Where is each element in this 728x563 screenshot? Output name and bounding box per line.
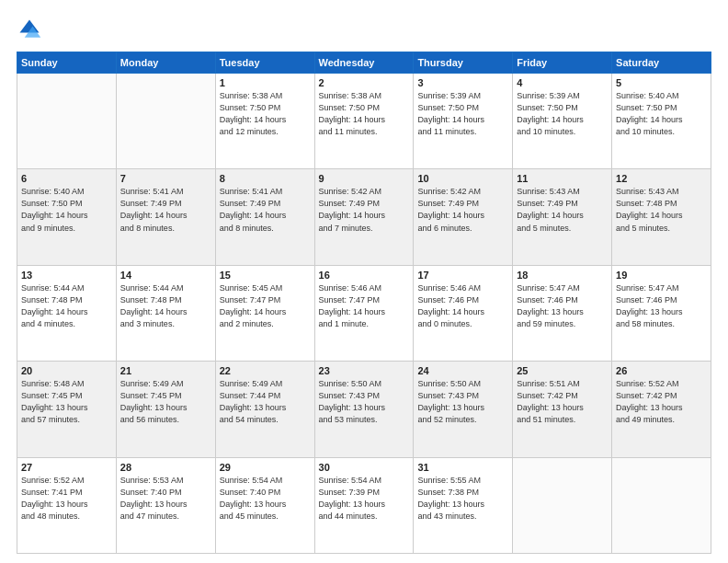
calendar-day-cell: [612, 457, 711, 553]
day-info: Sunrise: 5:52 AM Sunset: 7:42 PM Dayligh…: [616, 378, 707, 426]
calendar-day-cell: [116, 74, 215, 169]
day-number: 15: [220, 270, 311, 281]
calendar-table: SundayMondayTuesdayWednesdayThursdayFrid…: [17, 52, 711, 554]
day-info: Sunrise: 5:50 AM Sunset: 7:43 PM Dayligh…: [417, 378, 508, 426]
day-number: 7: [120, 173, 211, 184]
calendar-day-cell: 13Sunrise: 5:44 AM Sunset: 7:48 PM Dayli…: [17, 265, 117, 361]
calendar-day-cell: 26Sunrise: 5:52 AM Sunset: 7:42 PM Dayli…: [612, 362, 711, 457]
day-number: 25: [517, 365, 608, 376]
calendar-day-cell: 14Sunrise: 5:44 AM Sunset: 7:48 PM Dayli…: [116, 265, 215, 361]
day-info: Sunrise: 5:38 AM Sunset: 7:50 PM Dayligh…: [319, 90, 410, 138]
day-number: 20: [21, 365, 112, 376]
calendar-header-row: SundayMondayTuesdayWednesdayThursdayFrid…: [17, 52, 711, 74]
day-number: 24: [417, 365, 508, 376]
calendar-day-header: Wednesday: [314, 52, 414, 74]
calendar-week-row: 6Sunrise: 5:40 AM Sunset: 7:50 PM Daylig…: [17, 169, 711, 265]
day-number: 14: [120, 270, 211, 281]
day-info: Sunrise: 5:47 AM Sunset: 7:46 PM Dayligh…: [517, 282, 608, 330]
calendar-day-header: Sunday: [17, 52, 117, 74]
day-number: 17: [417, 270, 508, 281]
day-number: 12: [616, 173, 707, 184]
header: [17, 17, 711, 42]
calendar-day-cell: 2Sunrise: 5:38 AM Sunset: 7:50 PM Daylig…: [314, 74, 414, 169]
day-info: Sunrise: 5:43 AM Sunset: 7:49 PM Dayligh…: [517, 186, 608, 234]
day-info: Sunrise: 5:53 AM Sunset: 7:40 PM Dayligh…: [120, 475, 211, 523]
day-number: 8: [220, 173, 311, 184]
calendar-day-cell: 20Sunrise: 5:48 AM Sunset: 7:45 PM Dayli…: [17, 362, 117, 457]
day-info: Sunrise: 5:55 AM Sunset: 7:38 PM Dayligh…: [417, 475, 508, 523]
calendar-day-header: Saturday: [612, 52, 711, 74]
day-number: 18: [517, 270, 608, 281]
day-info: Sunrise: 5:44 AM Sunset: 7:48 PM Dayligh…: [120, 282, 211, 330]
day-info: Sunrise: 5:40 AM Sunset: 7:50 PM Dayligh…: [21, 186, 112, 234]
day-number: 19: [616, 270, 707, 281]
day-number: 6: [21, 173, 112, 184]
calendar-day-cell: 3Sunrise: 5:39 AM Sunset: 7:50 PM Daylig…: [414, 74, 513, 169]
day-number: 26: [616, 365, 707, 376]
calendar-day-cell: 23Sunrise: 5:50 AM Sunset: 7:43 PM Dayli…: [314, 362, 414, 457]
calendar-day-cell: 28Sunrise: 5:53 AM Sunset: 7:40 PM Dayli…: [116, 457, 215, 553]
calendar-day-cell: 5Sunrise: 5:40 AM Sunset: 7:50 PM Daylig…: [612, 74, 711, 169]
calendar-day-cell: 10Sunrise: 5:42 AM Sunset: 7:49 PM Dayli…: [414, 169, 513, 265]
day-number: 28: [120, 462, 211, 473]
calendar-day-cell: 27Sunrise: 5:52 AM Sunset: 7:41 PM Dayli…: [17, 457, 117, 553]
day-number: 22: [220, 365, 311, 376]
calendar-day-cell: 15Sunrise: 5:45 AM Sunset: 7:47 PM Dayli…: [215, 265, 314, 361]
day-number: 30: [319, 462, 410, 473]
calendar-day-cell: 12Sunrise: 5:43 AM Sunset: 7:48 PM Dayli…: [612, 169, 711, 265]
calendar-week-row: 20Sunrise: 5:48 AM Sunset: 7:45 PM Dayli…: [17, 362, 711, 457]
day-info: Sunrise: 5:44 AM Sunset: 7:48 PM Dayligh…: [21, 282, 112, 330]
day-info: Sunrise: 5:47 AM Sunset: 7:46 PM Dayligh…: [616, 282, 707, 330]
calendar-day-cell: 17Sunrise: 5:46 AM Sunset: 7:46 PM Dayli…: [414, 265, 513, 361]
day-info: Sunrise: 5:48 AM Sunset: 7:45 PM Dayligh…: [21, 378, 112, 426]
logo-icon: [17, 17, 42, 42]
day-info: Sunrise: 5:45 AM Sunset: 7:47 PM Dayligh…: [220, 282, 311, 330]
calendar-day-cell: 21Sunrise: 5:49 AM Sunset: 7:45 PM Dayli…: [116, 362, 215, 457]
day-info: Sunrise: 5:41 AM Sunset: 7:49 PM Dayligh…: [220, 186, 311, 234]
day-number: 11: [517, 173, 608, 184]
day-number: 31: [417, 462, 508, 473]
calendar-day-cell: 29Sunrise: 5:54 AM Sunset: 7:40 PM Dayli…: [215, 457, 314, 553]
calendar-day-cell: 16Sunrise: 5:46 AM Sunset: 7:47 PM Dayli…: [314, 265, 414, 361]
day-info: Sunrise: 5:46 AM Sunset: 7:47 PM Dayligh…: [319, 282, 410, 330]
day-number: 3: [417, 77, 508, 88]
day-number: 1: [220, 77, 311, 88]
calendar-week-row: 1Sunrise: 5:38 AM Sunset: 7:50 PM Daylig…: [17, 74, 711, 169]
logo: [17, 17, 46, 42]
calendar-day-header: Tuesday: [215, 52, 314, 74]
day-number: 10: [417, 173, 508, 184]
day-info: Sunrise: 5:38 AM Sunset: 7:50 PM Dayligh…: [220, 90, 311, 138]
day-info: Sunrise: 5:54 AM Sunset: 7:40 PM Dayligh…: [220, 475, 311, 523]
calendar-day-cell: [17, 74, 117, 169]
day-number: 4: [517, 77, 608, 88]
day-number: 23: [319, 365, 410, 376]
day-number: 27: [21, 462, 112, 473]
day-number: 13: [21, 270, 112, 281]
calendar-day-header: Monday: [116, 52, 215, 74]
day-info: Sunrise: 5:39 AM Sunset: 7:50 PM Dayligh…: [417, 90, 508, 138]
day-info: Sunrise: 5:41 AM Sunset: 7:49 PM Dayligh…: [120, 186, 211, 234]
calendar-day-cell: 25Sunrise: 5:51 AM Sunset: 7:42 PM Dayli…: [513, 362, 612, 457]
day-info: Sunrise: 5:39 AM Sunset: 7:50 PM Dayligh…: [517, 90, 608, 138]
day-info: Sunrise: 5:46 AM Sunset: 7:46 PM Dayligh…: [417, 282, 508, 330]
calendar-day-header: Thursday: [414, 52, 513, 74]
calendar-day-header: Friday: [513, 52, 612, 74]
day-number: 16: [319, 270, 410, 281]
calendar-day-cell: 30Sunrise: 5:54 AM Sunset: 7:39 PM Dayli…: [314, 457, 414, 553]
day-info: Sunrise: 5:42 AM Sunset: 7:49 PM Dayligh…: [417, 186, 508, 234]
day-number: 9: [319, 173, 410, 184]
day-info: Sunrise: 5:50 AM Sunset: 7:43 PM Dayligh…: [319, 378, 410, 426]
calendar-day-cell: 6Sunrise: 5:40 AM Sunset: 7:50 PM Daylig…: [17, 169, 117, 265]
calendar-day-cell: 11Sunrise: 5:43 AM Sunset: 7:49 PM Dayli…: [513, 169, 612, 265]
day-number: 5: [616, 77, 707, 88]
day-info: Sunrise: 5:54 AM Sunset: 7:39 PM Dayligh…: [319, 475, 410, 523]
day-number: 29: [220, 462, 311, 473]
calendar-day-cell: 1Sunrise: 5:38 AM Sunset: 7:50 PM Daylig…: [215, 74, 314, 169]
day-info: Sunrise: 5:42 AM Sunset: 7:49 PM Dayligh…: [319, 186, 410, 234]
day-info: Sunrise: 5:52 AM Sunset: 7:41 PM Dayligh…: [21, 475, 112, 523]
day-info: Sunrise: 5:49 AM Sunset: 7:44 PM Dayligh…: [220, 378, 311, 426]
day-number: 21: [120, 365, 211, 376]
calendar-day-cell: 4Sunrise: 5:39 AM Sunset: 7:50 PM Daylig…: [513, 74, 612, 169]
calendar-day-cell: 18Sunrise: 5:47 AM Sunset: 7:46 PM Dayli…: [513, 265, 612, 361]
day-info: Sunrise: 5:40 AM Sunset: 7:50 PM Dayligh…: [616, 90, 707, 138]
